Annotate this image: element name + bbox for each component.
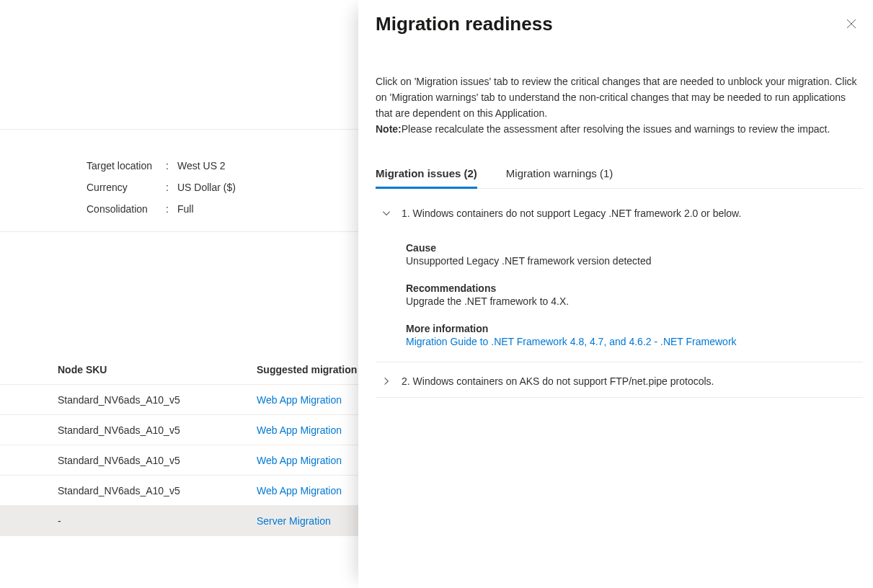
prop-value: Full — [177, 203, 194, 215]
chevron-down-icon — [381, 208, 391, 218]
cause-heading: Cause — [406, 242, 863, 254]
more-info-link[interactable]: Migration Guide to .NET Framework 4.8, 4… — [406, 336, 737, 347]
issue-title: 2. Windows containers on AKS do not supp… — [402, 375, 714, 387]
prop-row-consolidation: Consolidation : Full — [87, 203, 236, 215]
more-info-heading: More information — [406, 323, 863, 334]
panel-description-text: Click on 'Migration issues' tab to revie… — [376, 76, 857, 119]
panel-title: Migration readiness — [376, 13, 553, 35]
prop-label: Target location — [87, 160, 166, 172]
cell-sku: Standard_NV6ads_A10_v5 — [0, 455, 257, 466]
migration-readiness-panel: Migration readiness Click on 'Migration … — [358, 0, 873, 588]
prop-label: Currency — [87, 182, 166, 193]
prop-colon: : — [166, 160, 177, 172]
panel-description: Click on 'Migration issues' tab to revie… — [376, 74, 857, 137]
close-button[interactable] — [840, 13, 863, 36]
col-header-sku[interactable]: Node SKU — [0, 364, 257, 375]
prop-colon: : — [166, 203, 177, 215]
prop-value: West US 2 — [177, 160, 226, 172]
issues-list: 1. Windows containers do not support Leg… — [376, 195, 863, 398]
chevron-right-icon — [381, 376, 391, 386]
prop-value: US Dollar ($) — [177, 182, 236, 193]
cause-text: Unsupported Legacy .NET framework versio… — [406, 255, 863, 267]
issue-header[interactable]: 1. Windows containers do not support Leg… — [376, 195, 863, 229]
tab-migration-issues[interactable]: Migration issues (2) — [376, 161, 477, 188]
cell-sku: - — [0, 515, 257, 527]
issue-title: 1. Windows containers do not support Leg… — [402, 208, 741, 219]
recommendations-text: Upgrade the .NET framework to 4.X. — [406, 295, 863, 307]
recommendations-heading: Recommendations — [406, 282, 863, 294]
issue-header[interactable]: 2. Windows containers on AKS do not supp… — [376, 362, 863, 398]
tab-migration-warnings[interactable]: Migration warnings (1) — [506, 161, 613, 188]
issues-tabs: Migration issues (2) Migration warnings … — [376, 161, 863, 189]
prop-colon: : — [166, 182, 177, 193]
assessment-properties: Target location : West US 2 Currency : U… — [87, 160, 236, 225]
cell-sku: Standard_NV6ads_A10_v5 — [0, 394, 257, 406]
prop-label: Consolidation — [87, 203, 166, 215]
prop-row-currency: Currency : US Dollar ($) — [87, 182, 236, 193]
note-label: Note: — [376, 123, 402, 135]
cell-sku: Standard_NV6ads_A10_v5 — [0, 485, 257, 496]
prop-row-target-location: Target location : West US 2 — [87, 160, 236, 172]
close-icon — [846, 19, 856, 31]
cell-sku: Standard_NV6ads_A10_v5 — [0, 424, 257, 436]
issue-body: Cause Unsupported Legacy .NET framework … — [376, 229, 863, 362]
panel-header: Migration readiness — [376, 13, 863, 36]
note-text: Please recalculate the assessment after … — [402, 123, 830, 135]
